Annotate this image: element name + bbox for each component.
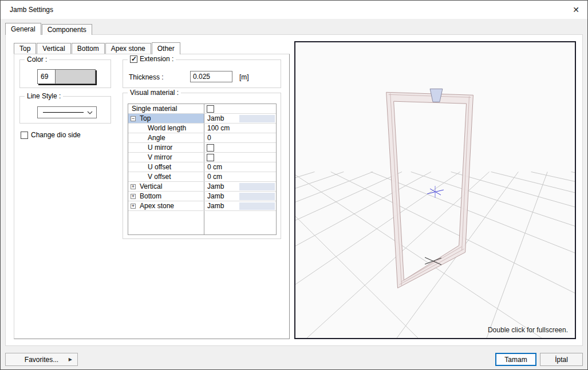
tab-other[interactable]: Other (152, 42, 180, 54)
row-label: Angle (148, 134, 165, 142)
table-row[interactable]: −TopJamb (128, 114, 276, 124)
row-value: Jamb (207, 192, 224, 200)
arrow-right-icon: ▶ (69, 357, 72, 362)
dialog-client: GeneralComponents TopVerticalBottomApex … (1, 19, 587, 369)
table-row[interactable]: V mirror (128, 153, 276, 162)
table-row[interactable]: +Apex stoneJamb (128, 201, 276, 211)
thickness-input[interactable] (190, 71, 232, 82)
general-tab-page: TopVerticalBottomApex stoneOther Color :… (5, 34, 583, 346)
checkbox-checked-icon: ✓ (130, 55, 137, 63)
table-row[interactable]: +BottomJamb (128, 192, 276, 201)
line-style-preview (43, 112, 84, 113)
material-swatch (239, 202, 275, 210)
row-label: Top (140, 114, 151, 122)
color-group: Color : 69 (19, 59, 111, 88)
window-title: Jamb Settings (10, 6, 53, 14)
row-value: 100 cm (207, 124, 230, 132)
cancel-label: İptal (555, 356, 568, 364)
thickness-label: Thickness : (129, 73, 164, 81)
extension-group: ✓ Extension : Thickness : [m] (123, 59, 281, 88)
color-picker[interactable]: 69 (37, 69, 96, 84)
color-swatch (56, 70, 95, 83)
row-value: 0 cm (207, 163, 222, 171)
row-label: V offset (148, 173, 171, 181)
line-style-group-legend: Line Style : (25, 92, 63, 100)
cancel-button[interactable]: İptal (540, 353, 583, 366)
material-swatch (239, 193, 275, 200)
row-value: 0 (207, 134, 211, 142)
table-row[interactable]: U mirror (128, 143, 276, 153)
row-value: Jamb (207, 114, 224, 122)
row-label: World length (148, 124, 186, 132)
expand-icon[interactable]: + (131, 204, 136, 209)
inner-tabstrip: TopVerticalBottomApex stoneOther (14, 42, 181, 54)
visual-material-table: Single material−TopJambWorld length100 c… (128, 104, 277, 235)
checkbox-unchecked-icon (21, 132, 28, 139)
collapse-icon[interactable]: − (131, 116, 136, 121)
row-label: Apex stone (140, 202, 174, 210)
footer-bar: Favorites... ▶ Tamam İptal (1, 346, 587, 369)
row-label: Single material (132, 105, 177, 113)
row-label: U offset (148, 163, 171, 171)
outer-tabstrip: GeneralComponents (5, 23, 93, 35)
jamb-frame (386, 92, 473, 288)
jamb-settings-dialog: Jamb Settings ✕ GeneralComponents TopVer… (0, 0, 588, 370)
ok-button[interactable]: Tamam (495, 353, 536, 366)
line-style-dropdown[interactable] (37, 106, 97, 118)
tab-components[interactable]: Components (42, 24, 92, 35)
tab-vertical[interactable]: Vertical (37, 43, 70, 54)
material-swatch (239, 115, 275, 122)
tab-general[interactable]: General (5, 23, 41, 35)
ok-label: Tamam (504, 356, 527, 364)
material-swatch (239, 183, 275, 190)
checkbox-unchecked-icon[interactable] (207, 105, 214, 113)
fullscreen-hint: Double click for fullscreen. (488, 326, 568, 334)
table-row[interactable]: +VerticalJamb (128, 182, 276, 192)
checkbox-unchecked-icon[interactable] (207, 144, 214, 152)
chevron-down-icon (87, 111, 93, 114)
preview-3d-viewport[interactable]: Double click for fullscreen. (294, 41, 576, 339)
visual-material-legend: Visual material : (128, 89, 181, 97)
expand-icon[interactable]: + (131, 194, 136, 199)
visual-material-group: Visual material : Single material−TopJam… (123, 93, 281, 239)
row-label: V mirror (148, 153, 172, 161)
table-row[interactable]: World length100 cm (128, 124, 276, 133)
table-row[interactable]: V offset0 cm (128, 172, 276, 182)
tab-top[interactable]: Top (14, 43, 36, 54)
table-row[interactable]: U offset0 cm (128, 162, 276, 172)
row-label: Bottom (140, 192, 161, 200)
row-value: 0 cm (207, 173, 222, 181)
row-value: Jamb (207, 202, 224, 210)
color-group-legend: Color : (25, 55, 49, 63)
titlebar: Jamb Settings ✕ (1, 1, 587, 19)
row-label: U mirror (148, 144, 172, 152)
table-empty-area (128, 211, 276, 234)
expand-icon[interactable]: + (131, 184, 136, 189)
favorites-button[interactable]: Favorites... ▶ (5, 353, 78, 366)
row-label: Vertical (140, 182, 162, 190)
thickness-unit: [m] (239, 73, 249, 81)
tab-bottom[interactable]: Bottom (72, 43, 105, 54)
close-icon[interactable]: ✕ (573, 5, 579, 14)
extension-checkbox[interactable]: ✓ Extension : (128, 55, 176, 63)
table-row[interactable]: Single material (128, 104, 276, 114)
favorites-label: Favorites... (25, 356, 58, 364)
tab-apex-stone[interactable]: Apex stone (105, 43, 151, 54)
row-value: Jamb (207, 182, 224, 190)
change-dio-side-checkbox[interactable]: Change dio side (21, 131, 81, 139)
extension-legend: Extension : (140, 55, 173, 63)
color-index-value: 69 (38, 70, 56, 83)
checkbox-unchecked-icon[interactable] (207, 154, 214, 161)
table-row[interactable]: Angle0 (128, 133, 276, 143)
change-dio-side-label: Change dio side (31, 131, 81, 139)
axis-gizmo-icon (427, 186, 444, 198)
line-style-group: Line Style : (19, 96, 111, 124)
other-tab-page: Color : 69 Line Style : (14, 54, 290, 339)
